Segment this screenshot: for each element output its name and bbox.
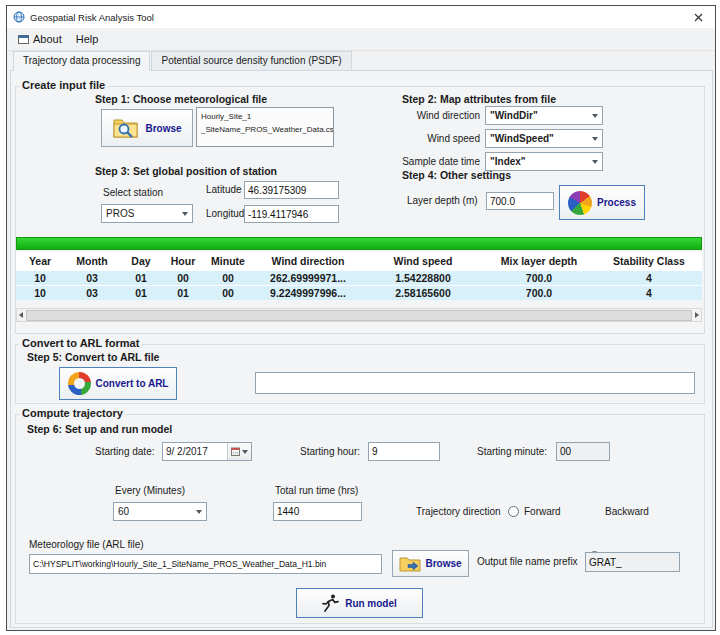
cell: 00 xyxy=(204,286,252,301)
select-station-label: Select station xyxy=(103,187,163,198)
total-run-time-input[interactable] xyxy=(273,502,362,521)
menu-help[interactable]: Help xyxy=(69,30,106,48)
wind-speed-select[interactable]: "WindSpeed" xyxy=(485,129,603,148)
process-pinwheel-icon xyxy=(568,191,592,215)
met-file-line2: _SiteName_PROS_Weather_Data.csv xyxy=(201,124,329,137)
latitude-label: Latitude xyxy=(206,184,242,195)
convert-to-arl-label: Convert to ARL xyxy=(96,378,169,389)
cell: 4 xyxy=(596,271,702,286)
every-minutes-label: Every (Minutes) xyxy=(115,485,185,496)
col-header-mix-layer-depth[interactable]: Mix layer depth xyxy=(482,252,596,271)
cell: 01 xyxy=(120,271,162,286)
station-select[interactable]: PROS xyxy=(101,204,193,223)
output-prefix-label: Output file name prefix xyxy=(477,556,578,567)
wind-direction-label: Wind direction xyxy=(392,110,480,121)
latitude-input[interactable] xyxy=(244,181,339,199)
col-header-wind-speed[interactable]: Wind speed xyxy=(364,252,482,271)
step6-title: Step 6: Set up and run model xyxy=(27,423,172,435)
cell: 2.58165600 xyxy=(364,286,482,301)
table-row[interactable]: 10 03 01 00 00 262.69999971... 1.5422880… xyxy=(16,271,702,286)
scrollbar-thumb[interactable] xyxy=(26,310,692,321)
calendar-dropdown-button[interactable] xyxy=(227,443,251,460)
total-run-time-label: Total run time (hrs) xyxy=(275,485,358,496)
every-minutes-value: 60 xyxy=(118,506,129,517)
wind-direction-value: "WindDir" xyxy=(490,110,538,121)
calendar-icon xyxy=(231,447,240,456)
run-model-label: Run model xyxy=(345,598,397,609)
col-header-day[interactable]: Day xyxy=(120,252,162,271)
output-prefix-input[interactable] xyxy=(585,552,680,572)
menu-about[interactable]: About xyxy=(11,30,69,48)
close-button[interactable] xyxy=(681,6,715,28)
cell: 01 xyxy=(120,286,162,301)
browse-arl-file-button[interactable]: Browse xyxy=(392,550,469,577)
menu-help-label: Help xyxy=(76,33,99,45)
weather-data-table: Year Month Day Hour Minute Wind directio… xyxy=(16,252,702,300)
forward-radio[interactable] xyxy=(508,506,519,517)
app-window: Geospatial Risk Analysis Tool About Help… xyxy=(6,5,716,631)
starting-date-picker[interactable]: 9/ 2/2017 xyxy=(162,442,252,461)
cell: 700.0 xyxy=(482,271,596,286)
wind-direction-select[interactable]: "WindDir" xyxy=(485,106,603,125)
run-model-button[interactable]: Run model xyxy=(296,588,423,618)
process-button[interactable]: Process xyxy=(559,185,645,220)
step2-title: Step 2: Map attributes from file xyxy=(402,93,556,105)
col-header-year[interactable]: Year xyxy=(16,252,64,271)
cell: 00 xyxy=(162,271,204,286)
sample-date-time-label: Sample date time xyxy=(392,156,480,167)
tab-psdf[interactable]: Potential source density function (PSDF) xyxy=(151,51,351,71)
step1-title: Step 1: Choose meteorological file xyxy=(95,93,267,105)
col-header-minute[interactable]: Minute xyxy=(204,252,252,271)
scroll-right-icon[interactable] xyxy=(695,312,699,318)
table-horizontal-scrollbar[interactable] xyxy=(16,308,702,322)
folder-arrow-icon xyxy=(399,555,421,572)
browse-met-file-button[interactable]: Browse xyxy=(101,109,193,147)
title-bar: Geospatial Risk Analysis Tool xyxy=(7,6,715,28)
met-file-line1: Hourly_Site_1 xyxy=(201,111,329,124)
forward-label: Forward xyxy=(524,506,561,517)
wind-speed-value: "WindSpeed" xyxy=(490,133,554,144)
menu-bar: About Help xyxy=(7,28,715,51)
table-row[interactable]: 10 03 01 01 00 9.2249997996... 2.5816560… xyxy=(16,286,702,301)
cell: 4 xyxy=(596,286,702,301)
starting-hour-input[interactable] xyxy=(368,442,440,461)
chevron-down-icon xyxy=(182,212,188,216)
layer-depth-input[interactable] xyxy=(486,192,554,210)
app-globe-icon xyxy=(13,11,25,23)
starting-minute-input[interactable] xyxy=(556,442,610,461)
met-file-display[interactable]: Hourly_Site_1 _SiteName_PROS_Weather_Dat… xyxy=(196,107,334,147)
run-model-runner-icon xyxy=(322,594,339,613)
starting-minute-label: Starting minute: xyxy=(477,446,547,457)
cell: 03 xyxy=(64,271,120,286)
cell: 700.0 xyxy=(482,286,596,301)
backward-label: Backward xyxy=(605,506,649,517)
chevron-down-icon xyxy=(242,450,248,454)
longitude-input[interactable] xyxy=(244,205,339,223)
cell: 262.69999971... xyxy=(252,271,364,286)
layer-depth-label: Layer depth (m) xyxy=(407,195,478,206)
every-minutes-select[interactable]: 60 xyxy=(113,502,207,521)
progress-bar xyxy=(16,237,702,250)
browse-met-file-label: Browse xyxy=(145,123,181,134)
col-header-stability-class[interactable]: Stability Class xyxy=(596,252,702,271)
meteorology-file-label: Meteorology file (ARL file) xyxy=(29,539,144,550)
folder-search-icon xyxy=(112,116,140,140)
col-header-hour[interactable]: Hour xyxy=(162,252,204,271)
starting-date-label: Starting date: xyxy=(95,446,154,457)
chevron-down-icon xyxy=(592,160,598,164)
cell: 10 xyxy=(16,286,64,301)
trajectory-direction-label: Trajectory direction xyxy=(416,506,501,517)
col-header-wind-direction[interactable]: Wind direction xyxy=(252,252,364,271)
tab-trajectory-data-processing[interactable]: Trajectory data processing xyxy=(13,51,150,71)
convert-arl-title: Convert to ARL format xyxy=(19,337,142,349)
scroll-left-icon[interactable] xyxy=(19,312,23,318)
col-header-month[interactable]: Month xyxy=(64,252,120,271)
convert-to-arl-button[interactable]: Convert to ARL xyxy=(59,367,177,400)
window-title: Geospatial Risk Analysis Tool xyxy=(30,12,154,23)
create-input-file-title: Create input file xyxy=(19,79,108,91)
browse-arl-label: Browse xyxy=(425,558,461,569)
step3-title: Step 3: Set global position of station xyxy=(95,165,277,177)
meteorology-file-input[interactable] xyxy=(29,554,382,574)
starting-hour-label: Starting hour: xyxy=(300,446,360,457)
cell: 9.2249997996... xyxy=(252,286,364,301)
